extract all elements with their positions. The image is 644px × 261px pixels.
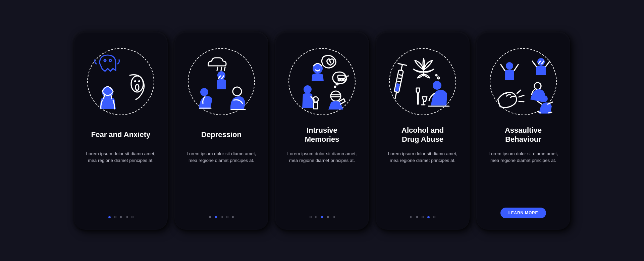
pagination-dot-active[interactable] [108,216,111,218]
illustration-wrap [287,46,357,117]
card-title: Fear and Anxiety [91,126,150,144]
pagination-dot[interactable] [221,216,223,218]
pagination-dot-active[interactable] [427,216,430,218]
pagination-dot[interactable] [226,216,228,218]
onboarding-card: Assaultive BehaviourLorem ipsum dolor si… [476,32,570,230]
card-footer: LEARN MORE [476,208,570,218]
assaultive-behaviour-icon [488,46,558,117]
illustration-wrap [186,46,257,117]
card-title: Assaultive Behaviour [505,126,542,144]
illustration-wrap [488,46,558,117]
pagination-dot[interactable] [126,216,128,218]
card-description: Lorem ipsum dolor sit diamn amet, mea re… [285,150,359,164]
onboarding-card: Alcohol and Drug AbuseLorem ipsum dolor … [376,32,470,230]
pagination-dots [108,216,133,218]
card-description: Lorem ipsum dolor sit diamn amet, mea re… [84,150,158,164]
pagination-dots [310,216,335,218]
pagination-dot[interactable] [410,216,412,218]
onboarding-card: DepressionLorem ipsum dolor sit diamn am… [174,32,268,230]
onboarding-card: Fear and AnxietyLorem ipsum dolor sit di… [74,32,168,230]
pagination-dot[interactable] [310,216,312,218]
card-footer [376,216,470,218]
onboarding-card: Intrusive MemoriesLorem ipsum dolor sit … [275,32,369,230]
onboarding-screens: Fear and AnxietyLorem ipsum dolor sit di… [74,32,570,230]
drug-abuse-icon [387,46,458,117]
card-description: Lorem ipsum dolor sit diamn amet, mea re… [184,150,258,164]
pagination-dot-active[interactable] [215,216,217,218]
card-footer [174,216,268,218]
pagination-dot[interactable] [327,216,329,218]
card-title: Depression [201,126,241,144]
pagination-dot[interactable] [120,216,122,218]
pagination-dot[interactable] [433,216,435,218]
intrusive-memories-icon [287,46,357,117]
pagination-dot[interactable] [114,216,116,218]
card-description: Lorem ipsum dolor sit diamn amet, mea re… [386,150,460,164]
pagination-dot[interactable] [422,216,424,218]
pagination-dot[interactable] [333,216,335,218]
card-title: Alcohol and Drug Abuse [401,126,444,144]
illustration-wrap [86,46,156,117]
pagination-dot[interactable] [131,216,133,218]
pagination-dot[interactable] [209,216,211,218]
card-description: Lorem ipsum dolor sit diamn amet, mea re… [486,150,560,164]
card-title: Intrusive Memories [305,126,339,144]
fear-anxiety-icon [86,46,156,117]
card-footer [275,216,369,218]
illustration-wrap [387,46,458,117]
pagination-dot-active[interactable] [321,216,323,218]
depression-icon [186,46,257,117]
pagination-dots [410,216,435,218]
pagination-dot[interactable] [416,216,418,218]
card-footer [74,216,168,218]
pagination-dots [209,216,234,218]
learn-more-button[interactable]: LEARN MORE [500,208,546,218]
pagination-dot[interactable] [232,216,234,218]
pagination-dot[interactable] [315,216,317,218]
